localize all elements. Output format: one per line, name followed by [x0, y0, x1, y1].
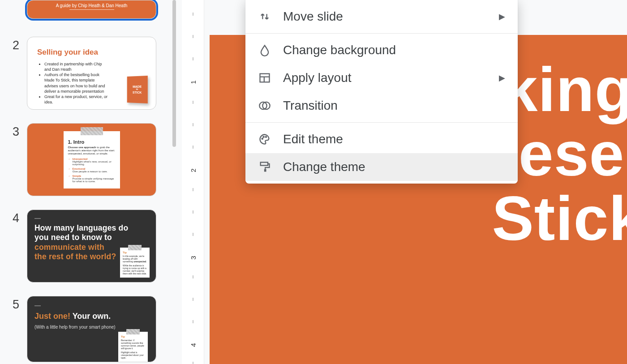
dash-graphic	[34, 305, 41, 306]
slide-thumbnail-1[interactable]: A guide by Chip Heath & Dan Heath	[27, 0, 156, 19]
menu-separator	[245, 122, 518, 123]
menu-separator	[245, 33, 518, 34]
menu-transition[interactable]: Transition	[245, 92, 518, 120]
move-slide-icon	[258, 10, 271, 23]
note-card: 1. Intro Choose one approach to grab the…	[64, 131, 120, 188]
bullet: Great for a new product, service, or ide…	[44, 94, 109, 105]
slide-number: 5	[0, 296, 27, 312]
slide2-bullets: Created in partnership with Chip and Dan…	[37, 61, 109, 105]
svg-point-5	[266, 137, 266, 137]
dash-graphic	[34, 218, 41, 219]
menu-change-background[interactable]: Change background	[245, 36, 518, 64]
slide-number	[0, 0, 27, 2]
menu-label: Change background	[283, 43, 396, 57]
slide2-title: Selling your idea	[37, 48, 148, 57]
svg-rect-6	[261, 163, 268, 166]
transition-icon	[258, 99, 271, 112]
divider	[69, 9, 114, 10]
tape-graphic	[126, 329, 140, 334]
arrow-icon: →	[68, 158, 71, 166]
menu-apply-layout[interactable]: Apply layout ▶	[245, 64, 518, 92]
thumbnail-row-4: 4 How many languages do you need to know…	[0, 210, 170, 296]
layout-icon	[258, 71, 271, 85]
submenu-arrow-icon: ▶	[499, 12, 505, 21]
thumbnail-row-2: 2 Selling your idea Created in partnersh…	[0, 37, 170, 123]
thumbnail-row-1: A guide by Chip Heath & Dan Heath	[0, 0, 170, 37]
palette-icon	[258, 133, 271, 146]
menu-move-slide[interactable]: Move slide ▶	[245, 3, 518, 30]
menu-label: Apply layout	[283, 71, 352, 85]
svg-point-4	[263, 137, 264, 137]
menu-label: Move slide	[283, 9, 343, 24]
note-lead: Choose one approach to grab the audience…	[68, 146, 116, 156]
slide-thumbnail-4[interactable]: How many languages do you need to know t…	[27, 210, 156, 283]
menu-label: Transition	[283, 98, 338, 113]
slide5-headline: Just one! Your own.	[34, 312, 149, 321]
bullet: Created in partnership with Chip and Dan…	[44, 61, 109, 72]
menu-change-theme[interactable]: Change theme	[245, 153, 518, 181]
slide1-subtitle: A guide by Chip Heath & Dan Heath	[56, 3, 128, 8]
tip-card: Tip Remember: if something sounds like c…	[118, 332, 148, 362]
book-graphic: MADE to STICK	[127, 76, 148, 103]
scrollbar-thumb[interactable]	[172, 0, 176, 147]
note-title: 1. Intro	[68, 139, 116, 145]
ruler-label: 1	[189, 80, 197, 84]
arrow-icon: →	[68, 175, 71, 183]
slide-filmstrip: A guide by Chip Heath & Dan Heath 2 Sell…	[0, 0, 170, 364]
tape-graphic	[128, 245, 142, 250]
arrow-icon: →	[68, 167, 71, 173]
slide-number: 4	[0, 210, 27, 225]
paint-roller-icon	[258, 160, 271, 174]
water-drop-icon	[258, 43, 271, 57]
menu-label: Edit theme	[283, 132, 343, 146]
slide-thumbnail-5[interactable]: Just one! Your own. (With a little help …	[27, 296, 156, 362]
tape-graphic	[81, 127, 103, 135]
submenu-arrow-icon: ▶	[499, 73, 505, 83]
svg-point-3	[262, 138, 263, 139]
slide-thumbnail-3[interactable]: 1. Intro Choose one approach to grab the…	[27, 123, 156, 196]
ruler-label: 2	[189, 168, 197, 172]
thumbnail-row-3: 3 1. Intro Choose one approach to grab t…	[0, 123, 170, 210]
context-menu: Move slide ▶ Change background Apply lay…	[245, 0, 518, 184]
menu-edit-theme[interactable]: Edit theme	[245, 125, 518, 153]
thumbnail-row-5: 5 Just one! Your own. (With a little hel…	[0, 296, 170, 362]
tip-card: Tip In this example, we're leading off w…	[120, 248, 150, 278]
vertical-ruler: 1 2 3 4	[182, 0, 204, 364]
slide-number: 2	[0, 37, 27, 52]
menu-label: Change theme	[283, 160, 365, 174]
slide-thumbnail-2[interactable]: Selling your idea Created in partnership…	[27, 37, 156, 110]
ruler-label: 3	[189, 256, 197, 259]
svg-rect-7	[264, 169, 266, 172]
ruler-label: 4	[189, 343, 197, 347]
filmstrip-scrollbar[interactable]	[171, 0, 177, 364]
bullet: Authors of the bestselling book Made To …	[44, 72, 109, 94]
slide-number: 3	[0, 123, 27, 139]
